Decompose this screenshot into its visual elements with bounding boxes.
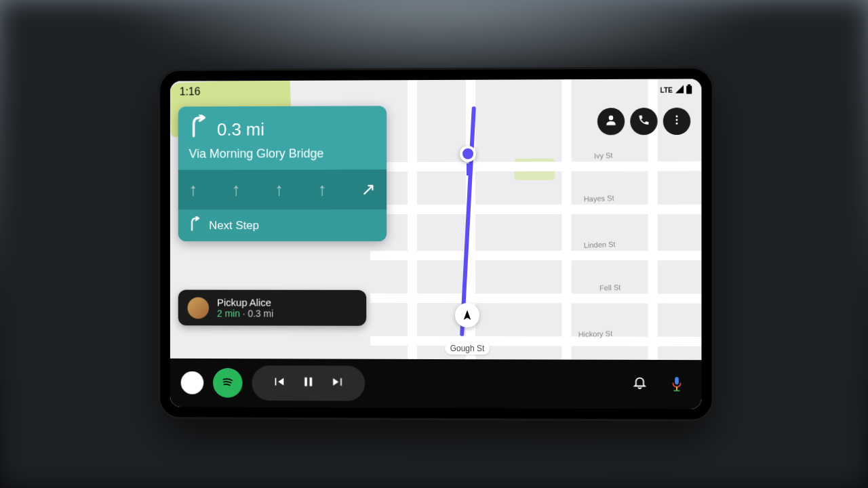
svg-rect-1 — [686, 85, 692, 94]
current-location-icon[interactable] — [455, 303, 479, 327]
destination-pin-icon — [460, 146, 476, 162]
street-label-hickory: Hickory St — [578, 329, 612, 339]
turn-right-icon — [189, 115, 208, 142]
svg-rect-9 — [675, 377, 679, 384]
svg-point-5 — [675, 123, 677, 125]
lane-straight-icon: ↑ — [275, 180, 283, 201]
lane-guidance: ↑ ↑ ↑ ↑ ↗ — [178, 170, 387, 210]
screen: Gough St Ivy St Hayes St Linden St Fell … — [170, 79, 702, 409]
pickup-eta: 2 min — [217, 308, 240, 319]
pickup-title: Pickup Alice — [217, 297, 273, 308]
turn-card[interactable]: 0.3 mi Via Morning Glory Bridge ↑ ↑ ↑ ↑ … — [178, 106, 387, 241]
lane-straight-icon: ↑ — [189, 180, 198, 201]
pickup-subtitle: 2 min · 0.3 mi — [217, 308, 273, 319]
bell-icon — [632, 375, 647, 394]
pause-icon — [301, 374, 316, 392]
street-label-ivy: Ivy St — [594, 151, 613, 160]
lane-straight-icon: ↑ — [232, 180, 241, 201]
home-button[interactable] — [181, 371, 204, 394]
microphone-icon — [669, 375, 684, 393]
svg-point-4 — [675, 119, 677, 121]
pickup-dist: 0.3 mi — [248, 308, 273, 319]
turn-distance: 0.3 mi — [217, 119, 264, 140]
spotify-icon — [219, 373, 237, 393]
media-controls — [252, 365, 365, 401]
turn-street: Via Morning Glory Bridge — [189, 146, 376, 162]
next-step-label: Next Step — [209, 219, 259, 232]
person-icon — [604, 113, 618, 129]
phone-icon — [637, 114, 650, 129]
street-label-fell: Fell St — [599, 283, 621, 292]
skip-previous-icon — [271, 374, 286, 392]
profile-button[interactable] — [597, 108, 625, 135]
next-track-button[interactable] — [326, 371, 351, 395]
street-label-linden: Linden St — [583, 240, 615, 249]
skip-next-icon — [331, 374, 346, 392]
pickup-card[interactable]: Pickup Alice 2 min · 0.3 mi — [178, 290, 367, 326]
music-app-button[interactable] — [213, 368, 243, 398]
call-button[interactable] — [630, 108, 657, 135]
pickup-info: Pickup Alice 2 min · 0.3 mi — [217, 297, 273, 319]
clock: 1:16 — [180, 85, 201, 98]
map-action-row — [597, 108, 690, 136]
next-step-row[interactable]: Next Step — [178, 209, 387, 241]
svg-point-2 — [609, 115, 614, 120]
notifications-button[interactable] — [626, 371, 653, 398]
more-vertical-icon — [671, 114, 683, 129]
previous-track-button[interactable] — [267, 371, 291, 395]
voice-assistant-button[interactable] — [663, 371, 690, 398]
svg-rect-7 — [304, 377, 307, 386]
car-display-device: Gough St Ivy St Hayes St Linden St Fell … — [158, 66, 714, 422]
signal-icon — [675, 85, 684, 95]
lane-right-icon: ↗ — [361, 180, 376, 201]
status-bar: 1:16 LTE — [170, 79, 702, 102]
street-label-gough: Gough St — [445, 342, 490, 354]
more-button[interactable] — [663, 108, 690, 135]
lane-straight-icon: ↑ — [318, 180, 327, 201]
battery-icon — [686, 84, 692, 95]
svg-point-3 — [675, 115, 677, 117]
svg-rect-0 — [688, 84, 690, 85]
nav-rail — [170, 359, 702, 409]
turn-card-main: 0.3 mi Via Morning Glory Bridge — [178, 106, 387, 170]
play-pause-button[interactable] — [296, 371, 321, 395]
turn-right-icon — [189, 217, 201, 235]
network-label: LTE — [660, 86, 673, 94]
street-label-hayes: Hayes St — [583, 194, 614, 203]
svg-rect-8 — [310, 377, 313, 386]
avatar — [188, 297, 210, 319]
